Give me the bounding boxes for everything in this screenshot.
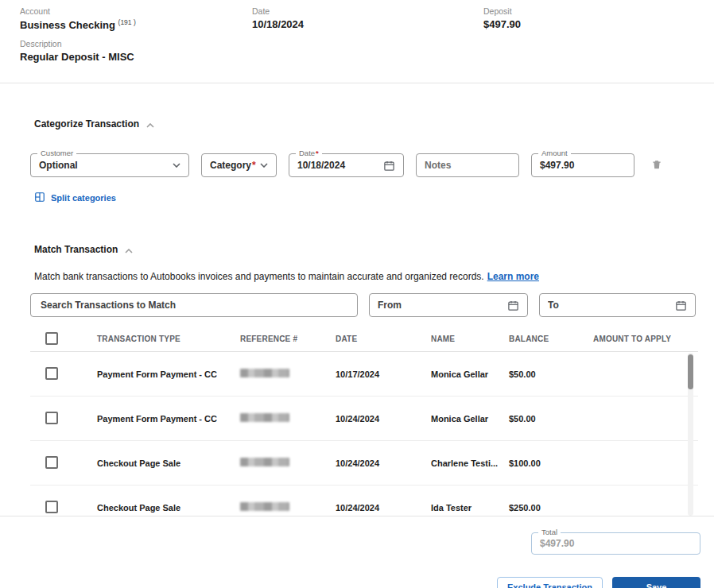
required-mark: * — [252, 160, 256, 171]
deposit-block: Deposit $497.90 — [483, 6, 694, 31]
customer-field-label: Customer — [37, 149, 76, 157]
redacted-reference — [240, 369, 289, 377]
match-transaction-section: Match Transaction Match bank transaction… — [0, 242, 714, 516]
column-header: NAME — [431, 335, 509, 343]
account-label: Account — [20, 6, 252, 16]
balance-cell: $50.00 — [509, 369, 593, 379]
column-header: BALANCE — [509, 335, 593, 343]
calendar-icon[interactable] — [507, 300, 519, 311]
customer-select[interactable]: Customer Optional — [30, 153, 189, 177]
account-block: Account Business Checking (191 ) — [20, 6, 252, 31]
split-categories-label: Split categories — [51, 193, 116, 203]
reference-cell — [240, 413, 336, 424]
transaction-type-cell: Checkout Page Sale — [97, 503, 240, 513]
transaction-type-cell: Payment Form Payment - CC — [97, 414, 240, 424]
transaction-summary: Account Business Checking (191 ) Date 10… — [0, 0, 714, 31]
calendar-icon[interactable] — [383, 160, 395, 172]
to-input[interactable] — [548, 294, 675, 316]
select-all-cell — [45, 332, 97, 346]
balance-cell: $250.00 — [509, 503, 593, 513]
table-row: Payment Form Payment - CC 10/24/2024 Mon… — [30, 397, 698, 441]
row-checkbox[interactable] — [45, 367, 58, 380]
chevron-down-icon[interactable] — [260, 163, 268, 168]
column-header: REFERENCE # — [240, 335, 336, 343]
table-row: Checkout Page Sale 10/24/2024 Charlene T… — [30, 441, 698, 485]
footer-actions: Exclude Transaction Save — [0, 577, 714, 588]
table-row: Payment Form Payment - CC 10/17/2024 Mon… — [30, 352, 698, 397]
transaction-type-cell: Checkout Page Sale — [97, 458, 240, 468]
description-block: Description Regular Deposit - MISC — [0, 31, 714, 63]
column-header: DATE — [336, 335, 431, 343]
row-checkbox[interactable] — [45, 501, 58, 513]
match-table-header-row: TRANSACTION TYPEREFERENCE #DATENAMEBALAN… — [30, 327, 698, 352]
row-checkbox-cell — [45, 412, 97, 426]
deposit-label: Deposit — [483, 6, 694, 16]
match-description: Match bank transactions to Autobooks inv… — [34, 271, 696, 282]
date-cell: 10/24/2024 — [336, 458, 431, 468]
row-checkbox-cell — [45, 367, 97, 381]
account-value: Business Checking (191 ) — [20, 18, 252, 31]
amount-field[interactable]: Amount $497.90 — [531, 153, 634, 177]
date-field-label: Date* — [296, 149, 322, 157]
column-header: AMOUNT TO APPLY — [593, 335, 698, 343]
reference-cell — [240, 458, 336, 468]
required-mark: * — [316, 149, 319, 157]
categorize-date-input[interactable]: Date* 10/18/2024 — [289, 153, 404, 177]
total-field-label: Total — [538, 528, 561, 536]
row-checkbox[interactable] — [45, 412, 58, 424]
match-table-body: Payment Form Payment - CC 10/17/2024 Mon… — [30, 352, 698, 516]
match-section-title: Match Transaction — [34, 244, 118, 255]
from-date-input[interactable] — [369, 293, 528, 317]
from-input[interactable] — [378, 294, 507, 316]
categorize-transaction-section: Categorize Transaction Customer Optional… — [0, 117, 714, 206]
divider — [0, 83, 714, 83]
calendar-icon[interactable] — [675, 300, 687, 311]
to-date-input[interactable] — [539, 293, 696, 317]
table-scrollbar[interactable] — [688, 353, 693, 516]
deposit-value: $497.90 — [483, 18, 694, 30]
select-all-checkbox[interactable] — [45, 332, 58, 345]
category-field-label: Category* — [210, 160, 256, 171]
date-cell: 10/24/2024 — [336, 503, 431, 513]
reference-cell — [240, 369, 336, 379]
chevron-up-icon[interactable] — [146, 117, 154, 131]
learn-more-link[interactable]: Learn more — [487, 271, 539, 282]
categorize-form-row: Customer Optional Category* Date* 10/18/… — [30, 153, 696, 177]
name-cell: Charlene Testi... — [431, 458, 509, 468]
transaction-detail-page: Account Business Checking (191 ) Date 10… — [0, 0, 714, 588]
date-label: Date — [252, 6, 483, 16]
description-value: Regular Deposit - MISC — [20, 51, 694, 63]
search-transactions-input[interactable] — [30, 293, 358, 317]
balance-cell: $100.00 — [509, 458, 593, 468]
split-categories-button[interactable]: Split categories — [34, 191, 116, 204]
exclude-transaction-button[interactable]: Exclude Transaction — [497, 577, 603, 588]
name-cell: Ida Tester — [431, 503, 509, 513]
name-cell: Monica Gellar — [431, 414, 509, 424]
date-cell: 10/24/2024 — [336, 414, 431, 424]
category-select[interactable]: Category* — [201, 153, 277, 177]
description-label: Description — [20, 39, 694, 48]
notes-field — [416, 153, 519, 177]
row-checkbox-cell — [45, 501, 97, 515]
total-field-value: $497.90 — [540, 538, 574, 549]
balance-cell: $50.00 — [509, 414, 593, 424]
redacted-reference — [240, 502, 289, 511]
name-cell: Monica Gellar — [431, 369, 509, 379]
row-checkbox[interactable] — [45, 456, 58, 469]
categorize-section-header[interactable]: Categorize Transaction — [34, 117, 696, 131]
match-section-header[interactable]: Match Transaction — [34, 242, 696, 257]
row-checkbox-cell — [45, 456, 97, 470]
chevron-up-icon[interactable] — [125, 242, 133, 257]
reference-cell — [240, 502, 336, 513]
customer-field-value: Optional — [39, 160, 78, 171]
divider — [0, 516, 714, 516]
chevron-down-icon[interactable] — [173, 163, 180, 168]
scrollbar-thumb[interactable] — [688, 354, 693, 389]
delete-category-row-button[interactable] — [651, 158, 662, 173]
notes-input[interactable] — [417, 154, 518, 176]
amount-field-value: $497.90 — [540, 160, 574, 171]
match-table: TRANSACTION TYPEREFERENCE #DATENAMEBALAN… — [30, 327, 698, 516]
redacted-reference — [240, 413, 289, 422]
date-field-value: 10/18/2024 — [297, 160, 345, 171]
save-button[interactable]: Save — [612, 577, 700, 588]
